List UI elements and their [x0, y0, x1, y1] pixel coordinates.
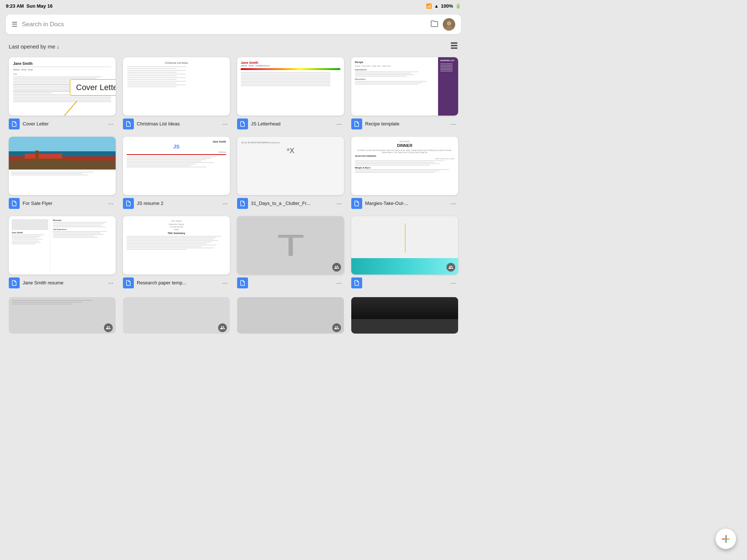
doc-name-margies: Margies-Take-Out-... [365, 201, 445, 207]
partial-thumb-2[interactable] [123, 297, 230, 334]
doc-thumbnail-for-sale[interactable] [9, 137, 116, 195]
doc-item-recipe: Recipe Serves · Prep Time · Cook Time · … [351, 57, 458, 129]
partial-thumb-1[interactable] [9, 297, 116, 334]
doc-thumbnail-christmas[interactable]: Christmas List Ideas [123, 57, 230, 116]
partial-thumb-3[interactable] [237, 297, 344, 334]
doc-more-recipe[interactable]: ··· [448, 120, 458, 129]
search-input[interactable]: Search in Docs [22, 21, 426, 28]
battery-icon: 🔋 [455, 3, 461, 9]
doc-name-js-letterhead: JS Letterhead [251, 121, 331, 127]
partial-thumb-4[interactable] [351, 297, 458, 334]
doc-name-recipe: Recipe template [365, 121, 445, 127]
shared-badge-partial-1 [104, 323, 113, 332]
doc-name-cover-letter: Cover Letter [23, 121, 103, 127]
doc-item-shared-2: ··· [351, 216, 458, 288]
doc-more-shared-1[interactable]: ··· [334, 279, 344, 288]
shared-badge-partial-3 [332, 323, 341, 332]
doc-icon-christmas [123, 118, 134, 129]
doc-icon-js-resume2 [123, 198, 134, 209]
status-bar: 9:23 AM Sun May 16 📶 ▲ 100% 🔋 [0, 0, 467, 12]
doc-more-jane-resume[interactable]: ··· [106, 279, 116, 288]
doc-name-jane-resume: Jane Smith resume [23, 280, 103, 286]
menu-icon[interactable]: ☰ [12, 20, 18, 28]
shared-badge-2 [446, 263, 455, 272]
doc-thumbnail-research[interactable]: Your Name Instructor Name Course Name Da… [123, 216, 230, 275]
doc-icon-31days [237, 198, 248, 209]
doc-more-shared-2[interactable]: ··· [448, 279, 458, 288]
doc-more-31days[interactable]: ··· [334, 199, 344, 208]
tooltip-arrow [51, 101, 88, 116]
doc-icon-shared-2 [351, 277, 362, 288]
doc-thumbnail-js-letterhead[interactable]: Jane Smith address · phone · email@email… [237, 57, 344, 116]
shared-badge-partial-2 [218, 323, 227, 332]
docs-grid: Jane Smith Address · Phone · Email Date:… [0, 54, 467, 297]
svg-rect-5 [451, 47, 457, 49]
doc-thumbnail-jane-resume[interactable]: Jost Smith Resume Job Experience [9, 216, 116, 275]
doc-icon-js-letterhead [237, 118, 248, 129]
tooltip-box: Cover Letter [70, 79, 116, 96]
doc-icon-for-sale [9, 198, 20, 209]
doc-name-js-resume2: JS resume 2 [137, 201, 217, 207]
doc-more-christmas[interactable]: ··· [220, 120, 230, 129]
list-view-icon[interactable] [450, 42, 458, 51]
folder-icon[interactable] [430, 20, 438, 29]
doc-thumbnail-31days[interactable]: 31 31 31 DAYS DAYSDAYS to to to a a ᵃX [237, 137, 344, 195]
doc-item-christmas: Christmas List Ideas Christmas List Idea… [123, 57, 230, 129]
doc-name-for-sale: For Sale Flyer [23, 201, 103, 207]
doc-icon-recipe [351, 118, 362, 129]
doc-more-margies[interactable]: ··· [448, 199, 458, 208]
svg-rect-4 [451, 45, 457, 46]
svg-rect-3 [451, 42, 457, 44]
svg-line-6 [55, 101, 77, 116]
doc-more-js-resume2[interactable]: ··· [220, 199, 230, 208]
doc-thumbnail-margies[interactable]: KIDS MENU DINNER All dinners served with… [351, 137, 458, 195]
status-right: 📶 ▲ 100% 🔋 [426, 3, 461, 9]
signal-icon: ▲ [434, 3, 439, 9]
doc-name-31days: 31_Days_to_a _Clutter_Fr... [251, 201, 331, 207]
doc-item-for-sale: For Sale Flyer ··· [9, 137, 116, 209]
doc-item-js-letterhead: Jane Smith address · phone · email@email… [237, 57, 344, 129]
doc-more-research[interactable]: ··· [220, 279, 230, 288]
battery-level: 100% [441, 3, 453, 9]
doc-icon-cover-letter [9, 118, 20, 129]
doc-item-jane-resume: Jost Smith Resume Job Experience [9, 216, 116, 288]
doc-thumbnail-recipe[interactable]: Recipe Serves · Prep Time · Cook Time · … [351, 57, 458, 116]
doc-more-js-letterhead[interactable]: ··· [334, 120, 344, 129]
search-bar: ☰ Search in Docs [6, 15, 461, 34]
doc-icon-jane-resume [9, 277, 20, 288]
doc-thumbnail-shared-2[interactable] [351, 216, 458, 275]
doc-name-christmas: Christmas List Ideas [137, 121, 217, 127]
doc-item-margies: KIDS MENU DINNER All dinners served with… [351, 137, 458, 209]
sort-header: Last opened by me ↓ [0, 37, 467, 54]
shared-badge-1 [332, 263, 341, 272]
doc-item-research: Your Name Instructor Name Course Name Da… [123, 216, 230, 288]
svg-point-1 [447, 21, 451, 26]
doc-item-31days: 31 31 31 DAYS DAYSDAYS to to to a a ᵃX 3… [237, 137, 344, 209]
doc-item-shared-1: ··· [237, 216, 344, 288]
partial-row [0, 297, 467, 334]
doc-icon-research [123, 277, 134, 288]
doc-name-research: Research paper temp... [137, 280, 217, 286]
doc-item-cover-letter: Jane Smith Address · Phone · Email Date:… [9, 57, 116, 129]
doc-thumbnail-shared-1[interactable] [237, 216, 344, 275]
doc-thumbnail-cover-letter[interactable]: Jane Smith Address · Phone · Email Date:… [9, 57, 116, 116]
doc-thumbnail-js-resume2[interactable]: Jane Smith JS Objective [123, 137, 230, 195]
sort-label[interactable]: Last opened by me ↓ [9, 43, 59, 50]
avatar[interactable] [443, 18, 455, 31]
doc-item-js-resume2: Jane Smith JS Objective JS resume 2 ··· [123, 137, 230, 209]
status-time: 9:23 AM Sun May 16 [6, 3, 53, 9]
wifi-icon: 📶 [426, 3, 432, 9]
doc-more-for-sale[interactable]: ··· [106, 199, 116, 208]
doc-icon-margies [351, 198, 362, 209]
doc-icon-shared-1 [237, 277, 248, 288]
doc-more-cover-letter[interactable]: ··· [106, 120, 116, 129]
